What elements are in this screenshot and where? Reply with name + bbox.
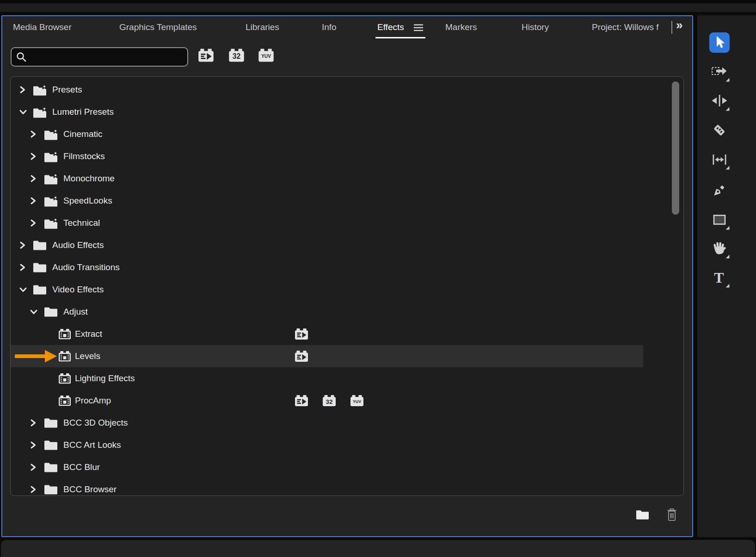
preset-folder-icon [33,106,48,118]
tree-row-label: BCC Browser [63,484,117,495]
chevron-down-icon[interactable] [30,309,38,316]
folder-icon [33,285,47,295]
tree-row-cinematic[interactable]: Cinematic [11,123,643,145]
delete-custom-items-button[interactable] [666,508,677,521]
chevron-right-icon[interactable] [30,152,37,161]
folder-icon [44,418,58,428]
tree-row-label: BCC Art Looks [63,440,121,450]
tree-row-extract[interactable]: Extract [11,323,643,345]
preset-folder-icon [44,173,59,185]
tab-effects[interactable]: Effects [377,22,404,33]
chevron-right-icon[interactable] [30,219,37,227]
yuv-effects-filter-icon[interactable]: YUV [258,49,274,62]
effect-icon [59,373,71,384]
32-bit-color-badge-icon: 32 [323,395,336,407]
ripple-edit-tool-icon[interactable] [710,92,729,110]
folder-icon [44,307,58,317]
tree-row-lighting-effects[interactable]: Lighting Effects [11,367,643,390]
tab-info[interactable]: Info [322,22,337,33]
tree-row-adjust[interactable]: Adjust [11,301,643,323]
rectangle-tool-icon[interactable] [710,210,729,229]
chevron-right-icon[interactable] [30,197,37,205]
tools-panel: T [697,15,756,537]
chevron-down-icon[interactable] [19,109,27,116]
chevron-right-icon[interactable] [19,263,26,272]
chevron-right-icon[interactable] [30,174,37,183]
chevron-down-icon[interactable] [19,286,27,293]
32-bit-color-filter-icon[interactable]: 32 [229,49,244,62]
search-box[interactable] [11,47,188,67]
tree-row-audio-transitions[interactable]: Audio Transitions [11,256,643,278]
tree-row-presets[interactable]: Presets [11,79,643,101]
panel-menu-icon[interactable] [414,24,423,33]
active-tab-underline [375,37,425,38]
preset-folder-icon [44,217,59,229]
tab-media-browser[interactable]: Media Browser [13,22,72,33]
tree-row-levels[interactable]: Levels [11,345,643,367]
type-tool-icon[interactable]: T [710,268,729,287]
effects-tree: PresetsLumetri PresetsCinematicFilmstock… [10,76,684,496]
tree-row-audio-effects[interactable]: Audio Effects [11,234,643,256]
chevron-right-icon[interactable] [19,241,26,249]
tree-row-bcc-blur[interactable]: BCC Blur [11,456,643,478]
tree-row-video-effects[interactable]: Video Effects [11,278,643,301]
selection-tool-icon[interactable] [709,32,730,53]
tree-row-label: Levels [75,351,100,361]
tree-row-label: Presets [52,85,82,95]
chevron-right-icon[interactable] [30,441,37,449]
tree-row-label: Audio Effects [52,240,104,250]
chevron-right-icon[interactable] [30,485,37,494]
preset-folder-icon [33,84,48,96]
chevron-right-icon[interactable] [30,463,37,471]
tab-markers[interactable]: Markers [445,22,477,33]
tab-overflow-chevron-icon[interactable]: » [676,18,682,32]
tab-graphics-templates[interactable]: Graphics Templates [119,22,197,33]
tree-row-monochrome[interactable]: Monochrome [11,167,643,190]
chevron-right-icon[interactable] [30,419,37,427]
submenu-corner-icon [725,254,730,259]
folder-icon [44,484,58,495]
tree-row-filmstocks[interactable]: Filmstocks [11,145,643,167]
app-titlebar-strip [0,3,756,12]
new-custom-bin-button[interactable] [636,509,649,520]
submenu-corner-icon [725,284,730,288]
accelerated-effect-badge-icon [295,395,308,407]
accelerated-effect-badge-icon [295,351,308,362]
preset-folder-icon [44,128,59,141]
panel-tab-bar: Media BrowserGraphics TemplatesLibraries… [2,16,692,40]
submenu-corner-icon [725,166,730,170]
tab-project-willows-f[interactable]: Project: Willows f [592,22,659,33]
tree-row-label: Lumetri Presets [52,107,114,117]
tree-row-bcc-art-looks[interactable]: BCC Art Looks [11,434,643,456]
tree-row-label: Cinematic [63,129,102,139]
tree-row-bcc-3d-objects[interactable]: BCC 3D Objects [11,412,643,434]
tree-row-procamp[interactable]: ProcAmp 32 YUV [11,390,643,412]
chevron-right-icon[interactable] [19,86,26,94]
scrollbar-thumb[interactable] [672,81,679,215]
effect-icon [59,329,71,340]
tree-row-bcc-browser[interactable]: BCC Browser [11,478,643,496]
submenu-corner-icon [725,107,730,111]
folder-icon [33,240,47,251]
preset-folder-icon [44,150,59,163]
track-select-forward-tool-icon[interactable] [710,62,729,81]
tree-row-label: Lighting Effects [75,373,135,384]
svg-text:YUV: YUV [261,54,271,59]
tab-history[interactable]: History [522,22,549,33]
slip-tool-icon[interactable] [710,150,729,169]
tree-row-speedlooks[interactable]: SpeedLooks [11,190,643,212]
tree-row-lumetri-presets[interactable]: Lumetri Presets [11,101,643,123]
tree-row-label: Adjust [63,307,88,317]
tab-libraries[interactable]: Libraries [246,22,279,33]
accelerated-effects-filter-icon[interactable] [198,49,214,62]
razor-tool-icon[interactable] [710,121,729,140]
search-input[interactable] [30,52,187,62]
chevron-right-icon[interactable] [30,130,37,138]
hand-tool-icon[interactable] [710,239,729,258]
tree-row-label: BCC Blur [63,462,100,472]
tree-row-label: Monochrome [63,173,115,184]
pen-tool-icon[interactable] [710,181,729,200]
folder-icon [33,262,47,273]
tree-row-technical[interactable]: Technical [11,212,643,234]
effect-icon [59,396,71,406]
